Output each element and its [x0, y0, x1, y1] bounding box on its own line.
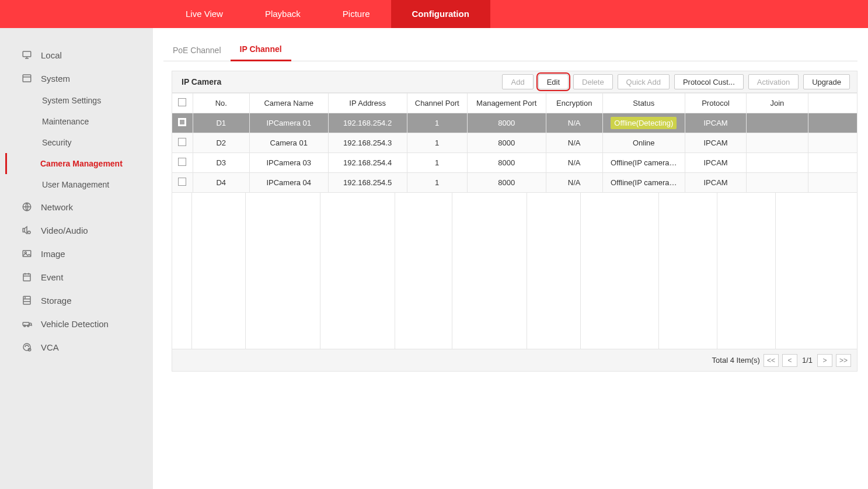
header-checkbox-cell[interactable]	[172, 93, 193, 113]
page-info: 1/1	[802, 356, 813, 365]
row-checkbox-cell[interactable]	[172, 113, 193, 133]
storage-icon	[21, 294, 33, 306]
topnav-item-live-view[interactable]: Live View	[165, 0, 244, 28]
image-icon	[21, 248, 33, 259]
cell-encryption: N/A	[546, 113, 602, 133]
table-header-row: No.Camera NameIP AddressChannel PortMana…	[172, 93, 857, 113]
cell-channel-port: 1	[407, 113, 467, 133]
svg-rect-14	[23, 296, 30, 304]
panel-title: IP Camera	[182, 77, 221, 86]
subtab-bar: PoE ChannelIP Channel	[163, 39, 857, 61]
sidebar-item-event[interactable]: Event	[0, 265, 153, 289]
sidebar-item-video-audio[interactable]: Video/Audio	[0, 219, 153, 242]
cell-channel-port: 1	[407, 153, 467, 173]
cell-blank	[808, 173, 857, 193]
cell-join	[747, 133, 808, 153]
sidebar-subitem-camera-management[interactable]: Camera Management	[0, 153, 153, 174]
row-checkbox[interactable]	[178, 118, 186, 126]
cell-protocol: IPCAM	[685, 133, 746, 153]
cell-encryption: N/A	[546, 153, 602, 173]
sidebar-subitem-system-settings[interactable]: System Settings	[0, 90, 153, 111]
activation-button[interactable]: Activation	[748, 74, 799, 89]
topnav-item-picture[interactable]: Picture	[322, 0, 391, 28]
svg-line-22	[32, 325, 33, 326]
cell-blank	[808, 113, 857, 133]
page-prev-button[interactable]: <	[782, 354, 797, 367]
cell-management-port: 8000	[467, 173, 546, 193]
monitor-icon	[21, 49, 33, 61]
sidebar-item-vehicle-detection[interactable]: Vehicle Detection	[0, 312, 153, 335]
subtab-poe-channel[interactable]: PoE Channel	[163, 40, 231, 61]
sidebar-item-label: Video/Audio	[41, 226, 88, 235]
sidebar-item-vca[interactable]: VCA	[0, 335, 153, 359]
sidebar-item-label: Local	[41, 50, 62, 60]
top-nav: Live ViewPlaybackPictureConfiguration	[0, 0, 868, 28]
row-checkbox[interactable]	[178, 138, 186, 146]
row-checkbox-cell[interactable]	[172, 173, 193, 193]
status-badge: Offline(Detecting)	[611, 117, 677, 129]
page-next-button[interactable]: >	[817, 354, 832, 367]
row-checkbox-cell[interactable]	[172, 153, 193, 173]
quick-add-button[interactable]: Quick Add	[618, 74, 670, 89]
col-header-channel-port[interactable]: Channel Port	[407, 93, 467, 113]
svg-point-21	[29, 323, 32, 325]
page-first-button[interactable]: <<	[764, 354, 779, 367]
table-row[interactable]: D2Camera 01192.168.254.318000N/AOnlineIP…	[172, 133, 857, 153]
cell-no: D1	[193, 113, 249, 133]
col-header-management-port[interactable]: Management Port	[467, 93, 546, 113]
row-checkbox-cell[interactable]	[172, 133, 193, 153]
cell-protocol: IPCAM	[685, 153, 746, 173]
video-audio-icon	[21, 224, 33, 236]
col-header-join[interactable]: Join	[747, 93, 808, 113]
edit-button[interactable]: Edit	[538, 74, 569, 89]
col-header-ip-address[interactable]: IP Address	[328, 93, 407, 113]
sidebar-subitem-maintenance[interactable]: Maintenance	[0, 111, 153, 132]
vca-icon	[21, 341, 33, 353]
cell-ip-address: 192.168.254.2	[328, 113, 407, 133]
sidebar-item-local[interactable]: Local	[0, 43, 153, 67]
cell-status: Offline(IP camera…	[602, 153, 685, 173]
protocol-custom-button[interactable]: Protocol Cust...	[674, 74, 744, 89]
cell-management-port: 8000	[467, 133, 546, 153]
main-content: PoE ChannelIP Channel IP Camera Add Edit…	[153, 28, 868, 489]
cell-encryption: N/A	[546, 133, 602, 153]
table-row[interactable]: D4IPCamera 04192.168.254.518000N/AOfflin…	[172, 173, 857, 193]
svg-rect-0	[23, 51, 31, 57]
cell-ip-address: 192.168.254.4	[328, 153, 407, 173]
sidebar-item-storage[interactable]: Storage	[0, 289, 153, 312]
subtab-ip-channel[interactable]: IP Channel	[231, 39, 291, 61]
cell-ip-address: 192.168.254.5	[328, 173, 407, 193]
cell-join	[747, 153, 808, 173]
cell-channel-port: 1	[407, 133, 467, 153]
sidebar-item-network[interactable]: Network	[0, 195, 153, 219]
page-last-button[interactable]: >>	[836, 354, 851, 367]
topnav-item-configuration[interactable]: Configuration	[391, 0, 490, 28]
sidebar-item-system[interactable]: System	[0, 67, 153, 90]
svg-rect-8	[23, 251, 31, 257]
col-header-encryption[interactable]: Encryption	[546, 93, 602, 113]
toolbar: IP Camera Add Edit Delete Quick Add Prot…	[172, 71, 857, 93]
col-header-no-[interactable]: No.	[193, 93, 249, 113]
table-footer: Total 4 Item(s) << < 1/1 > >>	[172, 349, 857, 372]
sidebar-subitem-user-management[interactable]: User Management	[0, 174, 153, 195]
globe-icon	[21, 201, 33, 213]
total-items-text: Total 4 Item(s)	[712, 356, 760, 365]
sidebar-item-image[interactable]: Image	[0, 242, 153, 265]
table-row[interactable]: D3IPCamera 03192.168.254.418000N/AOfflin…	[172, 153, 857, 173]
sidebar-item-label: Event	[41, 272, 63, 282]
delete-button[interactable]: Delete	[573, 74, 613, 89]
svg-point-23	[23, 344, 30, 351]
select-all-checkbox[interactable]	[178, 98, 186, 106]
col-header-camera-name[interactable]: Camera Name	[249, 93, 328, 113]
topnav-item-playback[interactable]: Playback	[244, 0, 322, 28]
add-button[interactable]: Add	[502, 74, 533, 89]
col-header-protocol[interactable]: Protocol	[685, 93, 746, 113]
col-header-status[interactable]: Status	[602, 93, 685, 113]
row-checkbox[interactable]	[178, 178, 186, 186]
row-checkbox[interactable]	[178, 158, 186, 166]
upgrade-button[interactable]: Upgrade	[803, 74, 850, 89]
table-row[interactable]: D1IPCamera 01192.168.254.218000N/AOfflin…	[172, 113, 857, 133]
sidebar: LocalSystemSystem SettingsMaintenanceSec…	[0, 28, 153, 489]
sidebar-subitem-security[interactable]: Security	[0, 132, 153, 153]
cell-no: D2	[193, 133, 249, 153]
